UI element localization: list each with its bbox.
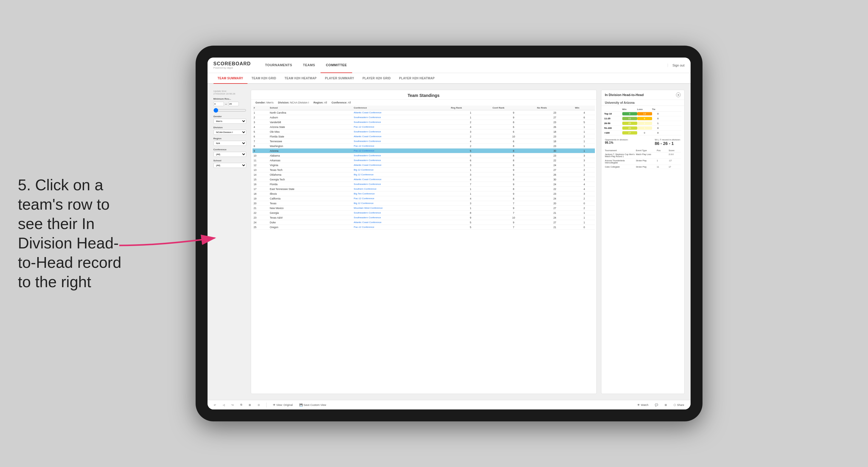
cell-rank: 16 (253, 182, 269, 187)
h2h-title: In Division Head-to-Head (605, 93, 644, 97)
region-select[interactable]: N/A (214, 141, 246, 146)
toolbar-separator-1 (266, 403, 267, 407)
timer-button[interactable]: ⊙ (256, 403, 262, 407)
cell-rounds: 27 (536, 220, 574, 225)
table-row[interactable]: 11 Arkansas Southeastern Conference 6 8 … (253, 158, 595, 163)
cell-reg-rank: 3 (450, 129, 491, 134)
table-row[interactable]: 20 Texas Big 12 Conference 3 7 20 0 (253, 201, 595, 206)
sub-nav-team-h2h-grid[interactable]: TEAM H2H GRID (247, 73, 281, 84)
table-row[interactable]: 16 Florida Southeastern Conference 7 9 2… (253, 182, 595, 187)
cell-win: 1 (574, 220, 595, 225)
bottom-toolbar: ↩ ◁ ↪ ⧉ ⊞ ⊙ 👁 View: Original 💾 Save Cust… (208, 400, 690, 409)
h2h-range: 11-25 (604, 117, 622, 120)
redo-button[interactable]: ↪ (229, 403, 236, 407)
rounds-slider[interactable] (214, 108, 246, 113)
table-row[interactable]: 25 Oregon Pac-12 Conference 5 7 21 0 (253, 225, 595, 229)
table-row[interactable]: 21 New Mexico Mountain West Conference 1… (253, 206, 595, 211)
table-row[interactable]: 2 Auburn Southeastern Conference 1 9 27 … (253, 115, 595, 120)
tournament-row: Jackson T. Stephens Cup Men's Match-Play… (605, 152, 681, 159)
cell-conference: Southeastern Conference (352, 215, 450, 220)
table-row[interactable]: 19 California Pac-12 Conference 4 8 24 2 (253, 196, 595, 201)
h2h-loss-cell: 13 (637, 112, 652, 116)
table-row[interactable]: 3 Vanderbilt Southeastern Conference 2 8… (253, 120, 595, 125)
h2h-tie-cell: 0 (652, 112, 664, 116)
division-select[interactable]: NCAA Division I (214, 130, 246, 135)
cell-conf-rank: 7 (491, 201, 536, 206)
sign-out-button[interactable]: Sign out (668, 64, 684, 67)
nav-tournaments[interactable]: TOURNAMENTS (260, 58, 298, 73)
cell-reg-rank: 5 (450, 149, 491, 153)
paste-button[interactable]: ⊞ (247, 403, 253, 407)
table-row[interactable]: 1 North Carolina Atlantic Coast Conferen… (253, 110, 595, 115)
top-nav: SCOREBOARD Powered by clippd TOURNAMENTS… (208, 58, 690, 73)
comment-button[interactable]: 💬 (653, 403, 660, 407)
table-row[interactable]: 23 Texas A&M Southeastern Conference 9 1… (253, 215, 595, 220)
school-select[interactable]: (All) (214, 163, 246, 168)
h2h-range: Top 10 (604, 113, 622, 115)
school-filter-label: School (214, 159, 246, 162)
annotation-label: 5. Click on a team's row to see their In… (18, 176, 121, 290)
scoreboard-panel: Team Standings Gender: Men's Division: N… (251, 90, 597, 394)
table-row[interactable]: 13 Texas Tech Big 12 Conference 1 9 27 2 (253, 167, 595, 173)
cell-reg-rank: 1 (450, 110, 491, 115)
table-row[interactable]: 10 Alabama Southeastern Conference 5 8 2… (253, 153, 595, 158)
cell-rank: 23 (253, 215, 269, 220)
save-custom-button[interactable]: 💾 Save Custom View (298, 403, 328, 407)
sub-nav-player-h2h-heatmap[interactable]: PLAYER H2H HEATMAP (395, 73, 439, 84)
table-row[interactable]: 6 Florida State Atlantic Coast Conferenc… (253, 134, 595, 139)
view-original-button[interactable]: 👁 View: Original (271, 403, 294, 407)
nav-committee[interactable]: COMMITTEE (320, 58, 352, 73)
save-custom-label: Save Custom View (304, 403, 326, 406)
copy-button[interactable]: ⧉ (239, 403, 244, 407)
cell-rank: 24 (253, 220, 269, 225)
step-back-button[interactable]: ◁ (221, 403, 227, 407)
sub-nav-player-h2h-grid[interactable]: PLAYER H2H GRID (359, 73, 395, 84)
cell-school: Virginia (269, 163, 353, 167)
wlt-label: W-L-T record in-division: (655, 138, 681, 141)
table-row[interactable]: 7 Tennessee Southeastern Conference 4 6 … (253, 139, 595, 144)
cell-conference: Southeastern Conference (352, 153, 450, 158)
cell-conference: Southeastern Conference (352, 115, 450, 120)
sub-nav-team-summary[interactable]: TEAM SUMMARY (214, 73, 247, 84)
cell-rounds: 22 (536, 187, 574, 191)
table-row[interactable]: 24 Duke Atlantic Coast Conference 5 9 27… (253, 220, 595, 225)
gender-select[interactable]: Men's (214, 119, 246, 124)
cell-conf-rank: 8 (491, 177, 536, 182)
undo-button[interactable]: ↩ (212, 403, 218, 407)
opponents-label: Opponents in division: (605, 138, 628, 141)
cell-reg-rank: 4 (450, 177, 491, 182)
h2h-range: 26-50 (604, 122, 622, 125)
nav-teams[interactable]: TEAMS (298, 58, 320, 73)
table-row[interactable]: 15 Georgia Tech Atlantic Coast Conferenc… (253, 177, 595, 182)
table-row[interactable]: 14 Oklahoma Big 12 Conference 3 9 26 2 (253, 173, 595, 177)
table-row[interactable]: 9 Arizona Pac-12 Conference 5 8 30 1 (253, 149, 595, 153)
cell-rank: 3 (253, 120, 269, 125)
sub-nav-team-h2h-heatmap[interactable]: TEAM H2H HEATMAP (280, 73, 320, 84)
sub-nav-player-summary[interactable]: PLAYER SUMMARY (321, 73, 359, 84)
h2h-table: Win Loss Tie Top 10 3 13 0 11-25 11 8 0 … (601, 106, 684, 137)
region-filter-label: Region (214, 137, 246, 140)
table-row[interactable]: 5 Ole Miss Southeastern Conference 3 6 1… (253, 129, 595, 134)
table-row[interactable]: 17 East Tennessee State Southern Confere… (253, 187, 595, 191)
teams-table: # School Conference Reg Rank Conf Rank N… (253, 105, 595, 229)
min-rounds-input[interactable] (214, 102, 224, 106)
max-rounds-input[interactable] (228, 102, 239, 106)
h2h-close-button[interactable]: ✕ (676, 92, 681, 97)
tablet-screen: SCOREBOARD Powered by clippd TOURNAMENTS… (208, 58, 690, 409)
share-button[interactable]: ⬡ Share (672, 403, 686, 407)
table-row[interactable]: 18 Illinois Big Ten Conference 1 9 23 3 (253, 191, 595, 196)
cell-conference: Pac-12 Conference (352, 144, 450, 149)
cell-win: 4 (574, 182, 595, 187)
conference-select[interactable]: (All) (214, 152, 246, 157)
table-row[interactable]: 22 Georgia Southeastern Conference 8 7 2… (253, 211, 595, 215)
watch-button[interactable]: 👁 Watch (636, 403, 650, 407)
cell-conf-rank: 10 (491, 134, 536, 139)
table-row[interactable]: 12 Virginia Atlantic Coast Conference 3 … (253, 163, 595, 167)
cell-conference: Southeastern Conference (352, 120, 450, 125)
cell-conference: Big Ten Conference (352, 191, 450, 196)
table-row[interactable]: 8 Washington Pac-12 Conference 2 8 23 1 (253, 144, 595, 149)
table-row[interactable]: 4 Arizona State Pac-12 Conference 4 6 26… (253, 125, 595, 129)
grid-button[interactable]: ⊞ (663, 403, 669, 407)
th-school: School (269, 105, 353, 110)
cell-conf-rank: 8 (491, 153, 536, 158)
